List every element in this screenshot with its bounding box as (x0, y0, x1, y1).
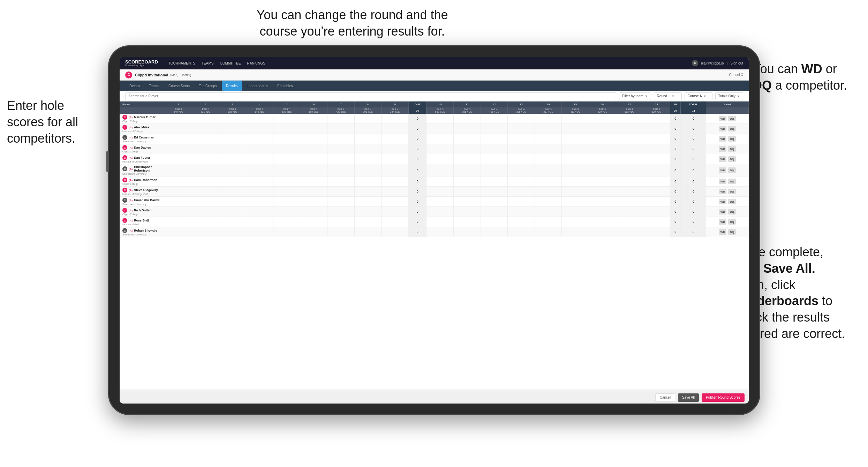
hole-3-input-1[interactable] (228, 124, 237, 134)
hole-1-input-11[interactable] (174, 227, 183, 237)
hole-12-input-8[interactable] (489, 197, 499, 206)
hole-9-input-7[interactable] (390, 187, 400, 196)
hole-13-input-8[interactable] (516, 197, 526, 206)
hole-4-input-7[interactable] (255, 187, 265, 196)
hole-17-input-10[interactable] (625, 217, 634, 227)
hole-2-input-4[interactable] (201, 154, 210, 164)
hole-15-input-5[interactable] (571, 165, 580, 175)
wd-button-5[interactable]: WD (719, 167, 726, 173)
hole-2-input-10[interactable] (201, 217, 210, 227)
hole-11-input-4[interactable] (462, 154, 472, 164)
hole-9-input-1[interactable] (390, 124, 400, 134)
hole-4-input-2[interactable] (255, 134, 265, 144)
hole-16-input-9[interactable] (597, 207, 607, 217)
dq-button-1[interactable]: DQ (728, 126, 736, 131)
hole-11-input-2[interactable] (462, 134, 472, 144)
nav-committee[interactable]: COMMITTEE (220, 61, 241, 65)
hole-17-input-2[interactable] (625, 134, 634, 144)
hole-16-input-10[interactable] (597, 217, 607, 227)
hole-14-input-6[interactable] (543, 176, 553, 186)
hole-6-input-10[interactable] (309, 217, 319, 227)
hole-18-input-6[interactable] (652, 176, 662, 186)
hole-4-input-11[interactable] (255, 227, 265, 237)
hole-14-input-1[interactable] (543, 124, 553, 134)
hole-15-input-3[interactable] (571, 144, 580, 154)
hole-18-input-7[interactable] (652, 187, 662, 196)
wd-button-4[interactable]: WD (719, 156, 726, 162)
hole-3-input-2[interactable] (228, 134, 237, 144)
dq-button-8[interactable]: DQ (728, 199, 736, 204)
hole-5-input-5[interactable] (282, 165, 292, 175)
hole-17-input-1[interactable] (625, 124, 634, 134)
hole-1-input-4[interactable] (174, 154, 183, 164)
wd-button-0[interactable]: WD (719, 116, 726, 121)
hole-6-input-1[interactable] (309, 124, 319, 134)
hole-14-input-10[interactable] (543, 217, 553, 227)
hole-14-input-11[interactable] (543, 227, 553, 237)
hole-9-input-3[interactable] (390, 144, 400, 154)
hole-15-input-4[interactable] (571, 154, 580, 164)
hole-5-input-1[interactable] (282, 124, 292, 134)
hole-2-input-2[interactable] (201, 134, 210, 144)
wd-button-7[interactable]: WD (719, 189, 726, 194)
hole-16-input-4[interactable] (597, 154, 607, 164)
hole-11-input-5[interactable] (462, 165, 472, 175)
hole-5-input-4[interactable] (282, 154, 292, 164)
hole-12-input-5[interactable] (489, 165, 499, 175)
hole-9-input-11[interactable] (390, 227, 400, 237)
hole-3-input-11[interactable] (228, 227, 237, 237)
dq-button-3[interactable]: DQ (728, 146, 736, 152)
hole-1-input-3[interactable] (174, 144, 183, 154)
hole-17-input-8[interactable] (625, 197, 634, 206)
hole-4-input-8[interactable] (255, 197, 265, 206)
hole-18-input-5[interactable] (652, 165, 662, 175)
hole-8-input-1[interactable] (363, 124, 373, 134)
hole-15-input-9[interactable] (571, 207, 580, 217)
hole-6-input-7[interactable] (309, 187, 319, 196)
hole-2-input-1[interactable] (201, 124, 210, 134)
hole-1-input-7[interactable] (174, 187, 183, 196)
hole-6-input-4[interactable] (309, 154, 319, 164)
hole-3-input-9[interactable] (228, 207, 237, 217)
hole-12-input-7[interactable] (489, 187, 499, 196)
hole-11-input-9[interactable] (462, 207, 472, 217)
hole-13-input-4[interactable] (516, 154, 526, 164)
hole-7-input-5[interactable] (336, 165, 346, 175)
hole-13-input-6[interactable] (516, 176, 526, 186)
nav-tournaments[interactable]: TOURNAMENTS (168, 61, 195, 65)
hole-16-input-8[interactable] (597, 197, 607, 206)
hole-5-input-3[interactable] (282, 144, 292, 154)
dq-button-5[interactable]: DQ (728, 167, 736, 173)
hole-4-input-10[interactable] (255, 217, 265, 227)
hole-8-input-2[interactable] (363, 134, 373, 144)
hole-8-input-8[interactable] (363, 197, 373, 206)
totals-only-toggle[interactable]: Totals Only ▼ (715, 92, 743, 100)
wd-button-2[interactable]: WD (719, 136, 726, 142)
hole-5-input-10[interactable] (282, 217, 292, 227)
wd-button-8[interactable]: WD (719, 199, 726, 204)
hole-10-input-0[interactable] (435, 114, 445, 123)
hole-13-input-0[interactable] (516, 114, 526, 123)
hole-7-input-1[interactable] (336, 124, 346, 134)
hole-17-input-0[interactable] (625, 114, 634, 123)
hole-1-input-8[interactable] (174, 197, 183, 206)
hole-15-input-1[interactable] (571, 124, 580, 134)
hole-9-input-9[interactable] (390, 207, 400, 217)
hole-6-input-9[interactable] (309, 207, 319, 217)
hole-2-input-0[interactable] (201, 114, 210, 123)
hole-13-input-11[interactable] (516, 227, 526, 237)
tab-details[interactable]: Details (125, 81, 144, 91)
wd-button-9[interactable]: WD (719, 209, 726, 214)
filter-by-team-button[interactable]: Filter by team ▼ (619, 92, 651, 100)
nav-rankings[interactable]: RANKINGS (247, 61, 265, 65)
hole-11-input-7[interactable] (462, 187, 472, 196)
wd-button-1[interactable]: WD (719, 126, 726, 131)
hole-16-input-6[interactable] (597, 176, 607, 186)
hole-7-input-9[interactable] (336, 207, 346, 217)
hole-3-input-6[interactable] (228, 176, 237, 186)
hole-3-input-4[interactable] (228, 154, 237, 164)
hole-13-input-7[interactable] (516, 187, 526, 196)
hole-3-input-7[interactable] (228, 187, 237, 196)
hole-18-input-0[interactable] (652, 114, 662, 123)
hole-2-input-8[interactable] (201, 197, 210, 206)
